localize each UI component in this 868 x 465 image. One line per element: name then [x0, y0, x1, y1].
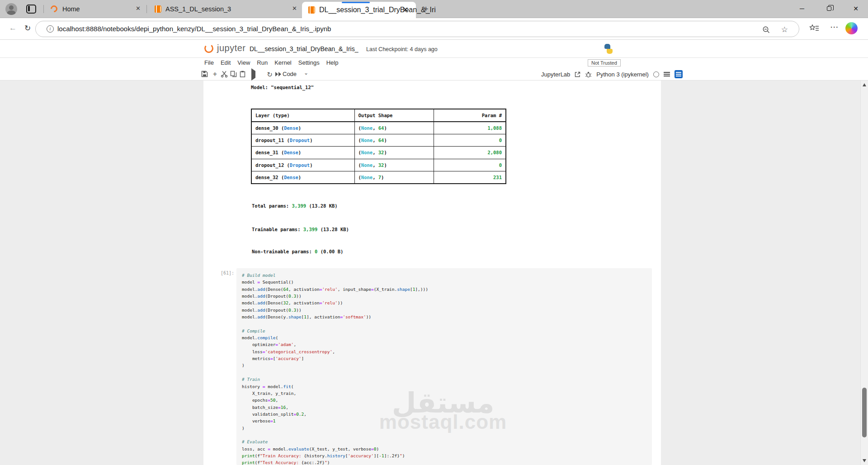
- code-token: Sequential(): [260, 280, 293, 285]
- code-line: X_train, y_train,: [242, 390, 428, 397]
- code-token: ): [310, 138, 312, 143]
- jupyter-logo-icon[interactable]: [204, 43, 214, 53]
- code-token: 'categorical_crossentropy': [265, 349, 333, 354]
- tab-home[interactable]: Home ✕: [45, 0, 145, 18]
- tab-actions-icon[interactable]: [26, 5, 36, 14]
- jupyter-brand[interactable]: jupyter: [217, 43, 246, 53]
- code-token: 0.3: [288, 308, 296, 313]
- code-editor[interactable]: # Build modelmodel = Sequential()model.a…: [242, 272, 428, 465]
- site-info-icon[interactable]: i: [47, 25, 54, 33]
- zoom-indicator-icon[interactable]: [762, 26, 770, 34]
- code-token: Dense: [284, 125, 298, 131]
- jupyterlab-link[interactable]: JupyterLab: [541, 71, 570, 78]
- stop-kernel-icon[interactable]: [257, 71, 265, 78]
- menu-icon[interactable]: [664, 72, 670, 76]
- code-token: 0: [499, 138, 502, 143]
- menu-item-run[interactable]: Run: [257, 59, 268, 66]
- code-token: 32: [378, 150, 384, 155]
- scroll-up-icon[interactable]: [863, 83, 866, 86]
- restart-kernel-icon[interactable]: ↻: [266, 71, 274, 78]
- code-token: history: [242, 384, 263, 389]
- notebook-title[interactable]: DL__session_3_trial_DryBean_&_Iris_: [250, 45, 358, 52]
- copy-cell-icon[interactable]: [230, 71, 238, 78]
- code-line: [242, 320, 428, 327]
- favorites-bar-icon[interactable]: [809, 24, 819, 33]
- close-icon[interactable]: ✕: [292, 5, 297, 12]
- params-summary-line: Non-trainable params: 0 (0.00 B): [252, 249, 343, 254]
- code-token: 32: [283, 300, 288, 305]
- code-token: ): [298, 125, 301, 131]
- restore-button[interactable]: [819, 0, 840, 17]
- code-token: )): [296, 308, 301, 313]
- tab-active-notebook[interactable]: DL__session_3_trial_DryBean_&_Iri ✕: [302, 2, 416, 18]
- url-field[interactable]: i localhost:8888/notebooks/depi_python_k…: [35, 21, 799, 37]
- close-window-button[interactable]: ✕: [845, 0, 866, 17]
- model-summary-table: Layer (type) Output Shape Param # dense_…: [251, 109, 506, 184]
- code-token: ): [384, 138, 387, 143]
- add-cell-icon[interactable]: +: [211, 71, 219, 78]
- code-token: , activation: [288, 300, 320, 305]
- params-summary-line: Trainable params: 3,399 (13.28 KB): [252, 227, 349, 232]
- debugger-bug-icon[interactable]: [585, 71, 592, 78]
- table-of-contents-icon[interactable]: [675, 70, 683, 78]
- tab-ass1[interactable]: ASS_1_DL_session_3 ✕: [148, 0, 301, 18]
- code-token: dropout_11 (: [255, 138, 290, 143]
- code-token: model.: [242, 294, 257, 299]
- code-token: ,: [373, 162, 378, 168]
- code-token: add: [257, 294, 265, 299]
- save-icon[interactable]: [201, 71, 209, 78]
- profile-avatar[interactable]: [5, 3, 17, 15]
- table-cell: (None, 7): [354, 171, 434, 184]
- restart-run-all-icon[interactable]: [274, 71, 282, 78]
- code-line: model.add(Dropout(0.3)): [242, 293, 428, 299]
- notebook-scroll-area[interactable]: Model: "sequential_12" Layer (type) Outp…: [0, 81, 868, 465]
- code-token: dense_30 (: [255, 125, 284, 131]
- scrollbar-thumb[interactable]: [862, 388, 867, 437]
- cut-cell-icon[interactable]: [221, 71, 228, 78]
- not-trusted-button[interactable]: Not Trusted: [588, 59, 621, 66]
- menu-item-settings[interactable]: Settings: [298, 59, 320, 66]
- cell-type-select[interactable]: Code: [283, 71, 297, 77]
- code-token: 231: [493, 175, 502, 180]
- paste-cell-icon[interactable]: [239, 71, 247, 78]
- code-token: Trainable params:: [252, 227, 303, 232]
- menu-item-view[interactable]: View: [237, 59, 250, 66]
- code-token: ): [298, 150, 301, 155]
- checkpoint-status: Last Checkpoint: 4 days ago: [366, 46, 438, 52]
- minimize-button[interactable]: ─: [792, 0, 812, 17]
- url-text[interactable]: localhost:8888/notebooks/depi_python_ken…: [57, 25, 331, 33]
- close-icon[interactable]: ✕: [136, 5, 141, 12]
- chevron-down-icon[interactable]: ⌄: [304, 70, 308, 76]
- code-token: ): [377, 446, 379, 451]
- favorite-star-icon[interactable]: ☆: [781, 25, 788, 34]
- table-row: dense_32 (Dense)(None, 7)231: [251, 171, 506, 184]
- back-icon[interactable]: ←: [9, 24, 17, 33]
- tab-label: DL__session_3_trial_DryBean_&_Iri: [319, 6, 400, 14]
- code-token: history: [327, 453, 345, 458]
- menu-item-edit[interactable]: Edit: [221, 59, 231, 66]
- menu-item-file[interactable]: File: [204, 59, 214, 66]
- menu-item-help[interactable]: Help: [326, 59, 339, 66]
- code-line: # Evaluate: [242, 438, 428, 445]
- menu-item-kernel[interactable]: Kernel: [274, 59, 292, 66]
- refresh-icon[interactable]: ↻: [24, 24, 31, 33]
- code-token: batch_size: [242, 405, 278, 410]
- copilot-icon[interactable]: [845, 22, 858, 34]
- python-logo-icon: [604, 44, 613, 54]
- close-icon[interactable]: ✕: [402, 5, 408, 14]
- code-token: model.: [242, 287, 257, 292]
- scroll-down-icon[interactable]: [863, 459, 866, 462]
- code-token: None: [361, 162, 373, 168]
- new-tab-button[interactable]: +: [420, 4, 431, 14]
- vertical-scrollbar[interactable]: [860, 81, 868, 465]
- code-token: ,: [275, 398, 278, 403]
- code-line: ): [242, 425, 428, 432]
- code-token: ,: [373, 138, 378, 143]
- code-token: ): [402, 453, 405, 458]
- code-line: [242, 369, 428, 376]
- kernel-name[interactable]: Python 3 (ipykernel): [596, 71, 649, 78]
- more-menu-icon[interactable]: ⋯: [830, 22, 839, 32]
- code-line: model.add(Dense(y.shape[1], activation='…: [242, 313, 428, 320]
- run-cell-icon[interactable]: [249, 71, 256, 78]
- code-token: 16: [281, 405, 286, 410]
